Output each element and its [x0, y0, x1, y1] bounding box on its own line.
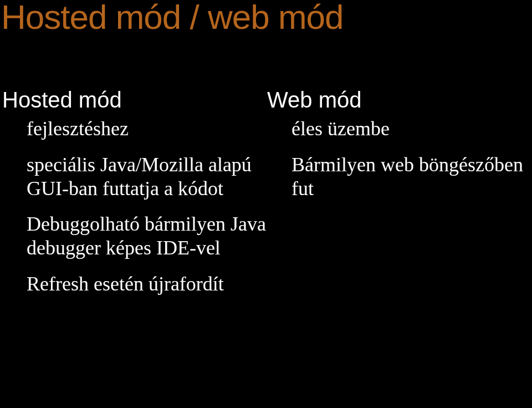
left-column: Hosted mód fejlesztéshez speciális Java/…: [2, 87, 267, 308]
slide: Hosted mód / web mód Hosted mód fejleszt…: [0, 0, 532, 408]
list-item: Bármilyen web böngészőben fut: [267, 153, 532, 201]
list-item: Refresh esetén újrafordít: [2, 272, 267, 296]
slide-title: Hosted mód / web mód: [0, 0, 532, 34]
right-column: Web mód éles üzembe Bármilyen web böngés…: [267, 87, 532, 308]
list-item: speciális Java/Mozilla alapú GUI-ban fut…: [2, 153, 267, 201]
left-column-heading: Hosted mód: [2, 87, 267, 113]
list-item: éles üzembe: [267, 117, 532, 141]
list-item: fejlesztéshez: [2, 117, 267, 141]
right-column-heading: Web mód: [267, 87, 532, 113]
list-item: Debuggolható bármilyen Java debugger kép…: [2, 212, 267, 260]
slide-content: Hosted mód fejlesztéshez speciális Java/…: [0, 87, 532, 308]
